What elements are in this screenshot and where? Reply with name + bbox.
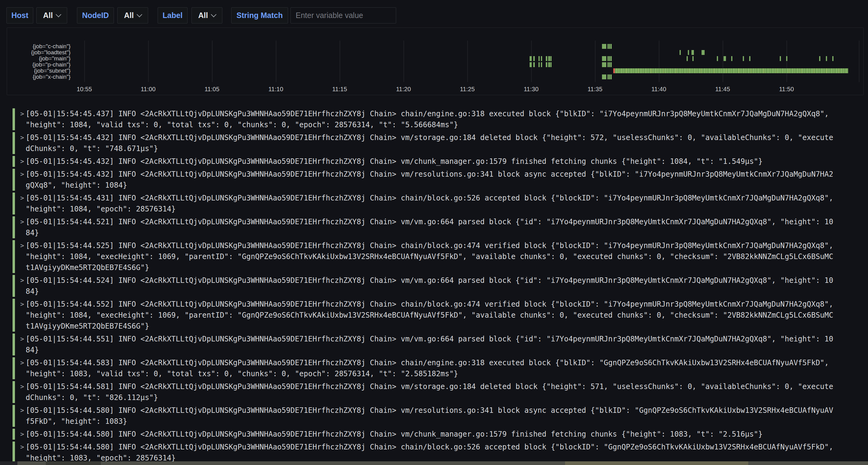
log-text: [05-01|15:54:45.437] INFO <2AcRkXTLLtQjv… — [26, 108, 835, 130]
log-text: [05-01|15:54:45.431] INFO <2AcRkXTLLtQjv… — [26, 193, 835, 214]
expand-chevron-icon[interactable]: > — [19, 169, 26, 191]
timeline-tick — [723, 56, 726, 61]
timeline-tick — [541, 62, 542, 67]
timeline-tick — [602, 62, 606, 67]
expand-chevron-icon[interactable]: > — [19, 405, 26, 427]
variable-dropdown-nodeid[interactable]: All — [117, 7, 148, 24]
expand-chevron-icon[interactable]: > — [19, 441, 26, 463]
log-row[interactable]: > [05-01|15:54:45.432] INFO <2AcRkXTLLtQ… — [0, 155, 868, 168]
x-tick-label: 11:15 — [332, 86, 347, 93]
log-row[interactable]: > [05-01|15:54:44.525] INFO <2AcRkXTLLtQ… — [0, 239, 868, 274]
timeline-tick — [538, 62, 540, 67]
x-tick-label: 11:25 — [460, 86, 475, 93]
timeline-tick — [602, 44, 606, 49]
variable-label-text: NodeID — [82, 11, 109, 20]
y-tick-label: {job="main"} — [9, 56, 70, 62]
log-text: [05-01|15:54:44.521] INFO <2AcRkXTLLtQjv… — [26, 216, 835, 238]
expand-chevron-icon[interactable]: > — [19, 381, 26, 403]
expand-chevron-icon[interactable]: > — [19, 333, 26, 356]
expand-chevron-icon[interactable]: > — [19, 299, 26, 332]
log-row[interactable]: > [05-01|15:54:44.552] INFO <2AcRkXTLLtQ… — [0, 298, 868, 333]
bottom-clipped-row-segment — [46, 461, 101, 465]
log-text: [05-01|15:54:44.552] INFO <2AcRkXTLLtQjv… — [26, 299, 835, 332]
y-tick-label: {job="p-chain"} — [9, 62, 70, 68]
log-level-bar — [12, 381, 15, 403]
log-row[interactable]: > [05-01|15:54:44.581] INFO <2AcRkXTLLtQ… — [0, 380, 868, 404]
chevron-down-icon — [136, 11, 142, 17]
log-text: [05-01|15:54:44.583] INFO <2AcRkXTLLtQjv… — [26, 357, 835, 379]
timeline-tick — [530, 62, 532, 67]
bottom-clipped-row-segment — [565, 461, 748, 465]
log-text: [05-01|15:54:45.432] INFO <2AcRkXTLLtQjv… — [26, 169, 835, 191]
variable-value: All — [198, 11, 208, 20]
log-row[interactable]: > [05-01|15:54:44.580] INFO <2AcRkXTLLtQ… — [0, 404, 868, 428]
log-text: [05-01|15:54:44.580] INFO <2AcRkXTLLtQjv… — [26, 441, 835, 463]
timeline-tick — [550, 62, 552, 67]
variable-label-nodeid: NodeID — [77, 7, 114, 24]
log-level-bar — [12, 216, 15, 238]
timeline-tick — [608, 74, 609, 79]
timeline-tick — [548, 56, 550, 61]
timeline-tick — [611, 62, 612, 67]
timeline-tick — [530, 56, 532, 61]
gridline — [276, 41, 276, 82]
log-row[interactable]: > [05-01|15:54:44.580] INFO <2AcRkXTLLtQ… — [0, 428, 868, 441]
x-tick-label: 11:40 — [651, 86, 666, 93]
expand-chevron-icon[interactable]: > — [19, 240, 26, 273]
gridline — [723, 41, 723, 82]
expand-chevron-icon[interactable]: > — [19, 216, 26, 238]
x-tick-label: 11:00 — [141, 86, 156, 93]
expand-chevron-icon[interactable]: > — [19, 275, 26, 297]
log-level-bar — [12, 357, 15, 379]
log-level-bar — [12, 193, 15, 214]
log-level-bar — [12, 441, 15, 463]
timeline-tick — [533, 56, 535, 61]
timeline-tick — [819, 56, 820, 61]
log-text: [05-01|15:54:45.432] INFO <2AcRkXTLLtQjv… — [26, 156, 835, 167]
expand-chevron-icon[interactable]: > — [19, 193, 26, 214]
timeline-tick — [688, 50, 689, 55]
log-row[interactable]: > [05-01|15:54:44.521] INFO <2AcRkXTLLtQ… — [0, 215, 868, 239]
variable-label-host: Host — [6, 7, 33, 24]
log-level-bar — [12, 240, 15, 273]
timeline-tick — [611, 56, 612, 61]
timeline-tick — [826, 56, 827, 61]
log-row[interactable]: > [05-01|15:54:45.437] INFO <2AcRkXTLLtQ… — [0, 107, 868, 131]
timeline-tick — [609, 74, 610, 79]
x-tick-label: 11:50 — [779, 86, 794, 93]
gridline — [786, 41, 787, 82]
variable-dropdown-host[interactable]: All — [36, 7, 67, 24]
expand-chevron-icon[interactable]: > — [19, 429, 26, 440]
expand-chevron-icon[interactable]: > — [19, 108, 26, 130]
log-level-bar — [12, 333, 15, 356]
log-text: [05-01|15:54:44.551] INFO <2AcRkXTLLtQjv… — [26, 333, 835, 356]
expand-chevron-icon[interactable]: > — [19, 156, 26, 167]
y-tick-label: {job="c-chain"} — [9, 43, 70, 49]
log-text: [05-01|15:54:44.524] INFO <2AcRkXTLLtQjv… — [26, 275, 835, 297]
log-row[interactable]: > [05-01|15:54:44.580] INFO <2AcRkXTLLtQ… — [0, 441, 868, 464]
variable-label-string-match: String Match — [231, 7, 288, 24]
expand-chevron-icon[interactable]: > — [19, 132, 26, 154]
log-row[interactable]: > [05-01|15:54:44.524] INFO <2AcRkXTLLtQ… — [0, 274, 868, 298]
log-level-bar — [12, 156, 15, 167]
log-row[interactable]: > [05-01|15:54:45.431] INFO <2AcRkXTLLtQ… — [0, 192, 868, 215]
timeline-tick — [533, 62, 535, 67]
log-row[interactable]: > [05-01|15:54:44.583] INFO <2AcRkXTLLtQ… — [0, 356, 868, 380]
variable-dropdown-label[interactable]: All — [191, 7, 222, 24]
y-tick-label: {job="subnet"} — [9, 68, 70, 74]
gridline — [531, 41, 532, 82]
timeline-tick — [731, 56, 733, 61]
log-level-bar — [12, 108, 15, 130]
gridline — [340, 41, 340, 82]
timeline-tick — [609, 62, 610, 67]
log-row[interactable]: > [05-01|15:54:45.432] INFO <2AcRkXTLLtQ… — [0, 168, 868, 192]
expand-chevron-icon[interactable]: > — [19, 357, 26, 379]
x-tick-label: 11:45 — [715, 86, 730, 93]
gridline — [148, 41, 149, 82]
string-match-input[interactable] — [290, 7, 396, 24]
timeline-tick — [609, 44, 610, 49]
gridline — [212, 41, 213, 82]
timeline-tick — [702, 50, 705, 55]
log-row[interactable]: > [05-01|15:54:45.432] INFO <2AcRkXTLLtQ… — [0, 131, 868, 155]
log-row[interactable]: > [05-01|15:54:44.551] INFO <2AcRkXTLLtQ… — [0, 333, 868, 356]
